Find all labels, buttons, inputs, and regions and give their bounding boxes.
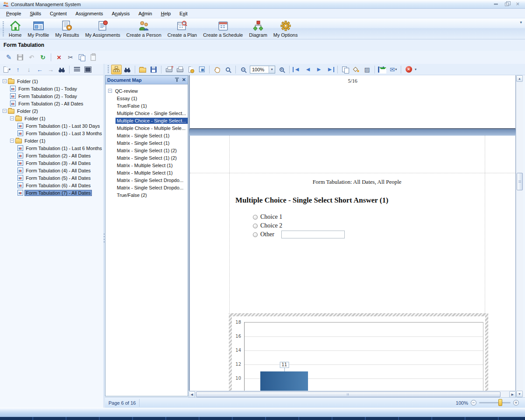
copy-button[interactable] (77, 52, 87, 62)
menu-people[interactable]: People (2, 9, 25, 18)
forward-button[interactable]: → (46, 65, 56, 74)
first-page-button[interactable]: ◀ (292, 65, 302, 74)
multiple-pages-button[interactable] (340, 65, 350, 74)
toolbar-overflow-button[interactable]: ▾ (415, 67, 416, 71)
tree-item[interactable]: Form Tabulation (2) - Today (0, 92, 103, 100)
tree-item[interactable]: Form Tabulation (1) - Last 6 Months (0, 144, 103, 152)
last-page-button[interactable]: ▶ (325, 65, 335, 74)
combo-dropdown-icon[interactable]: ▾ (269, 66, 275, 73)
my-options-button[interactable]: My Options (270, 19, 301, 39)
document-map-item[interactable]: Multiple Choice - Single Select... (105, 109, 188, 117)
zoom-out-button[interactable]: − (238, 65, 248, 74)
horizontal-scroll-thumb[interactable] (196, 392, 500, 397)
vertical-scrollbar[interactable]: ▲ ▼ (516, 75, 523, 397)
toolbar-grip[interactable] (2, 21, 4, 36)
menu-content[interactable]: Content (46, 9, 71, 18)
scroll-right-icon[interactable]: ▶ (509, 391, 516, 398)
create-person-button[interactable]: Create a Person (123, 19, 164, 39)
print-button[interactable] (175, 65, 185, 74)
close-panel-icon[interactable]: ✕ (182, 77, 186, 83)
home-button[interactable]: Home (6, 19, 24, 39)
document-map-item[interactable]: Multiple Choice - Multiple Sele... (105, 124, 188, 132)
zoom-in-circle-icon[interactable]: + (513, 400, 519, 406)
tree-item[interactable]: Form Tabulation (1) - Last 30 Days (0, 122, 103, 130)
my-results-button[interactable]: My Results (52, 19, 82, 39)
tree-item[interactable]: Form Tabulation (3) - All Dates (0, 159, 103, 167)
document-map-item[interactable]: Matrix - Single Select (1) (2) (105, 147, 188, 154)
print-dialog-button[interactable]: ? (164, 65, 174, 74)
diagram-button[interactable]: Diagram (246, 19, 270, 39)
stop-button[interactable]: ✕ (403, 65, 414, 74)
pin-icon[interactable] (176, 78, 178, 82)
hand-tool-button[interactable] (212, 65, 222, 74)
document-map-item[interactable]: Essay (1) (105, 94, 188, 102)
tree-item[interactable]: − Folder (1) (0, 77, 103, 85)
delete-button[interactable]: ✕ (54, 52, 64, 62)
collapse-icon[interactable]: − (3, 79, 7, 83)
document-map-item[interactable]: Matrix - Single Select (1) (105, 132, 188, 139)
tree-item[interactable]: Form Tabulation (6) - All Dates (0, 182, 103, 189)
zoom-tool-button[interactable] (223, 65, 233, 74)
save-button[interactable] (15, 52, 25, 62)
undo-button[interactable]: ↶ (26, 52, 37, 62)
open-button[interactable] (137, 65, 148, 74)
menu-exit[interactable]: Exit (175, 9, 192, 18)
collapse-icon[interactable]: − (3, 109, 7, 113)
prev-page-button[interactable]: ◀ (303, 65, 313, 74)
document-map-item[interactable]: − QC-review (105, 87, 188, 94)
find-button[interactable] (56, 65, 67, 74)
zoom-out-circle-icon[interactable]: − (471, 400, 476, 406)
collapse-icon[interactable]: − (10, 116, 14, 120)
scroll-down-icon[interactable]: ▼ (516, 391, 523, 397)
list-view-button[interactable] (72, 65, 82, 74)
zoom-slider-thumb[interactable] (498, 399, 502, 406)
search-button[interactable] (122, 65, 133, 74)
document-map-item[interactable]: Matrix - Multiple Select (1) (105, 169, 188, 176)
save-report-button[interactable] (148, 65, 159, 74)
minimize-button[interactable] (494, 4, 498, 5)
tree-item[interactable]: − Folder (2) (0, 107, 103, 115)
move-down-button[interactable]: ↓ (24, 65, 34, 74)
scroll-up-icon[interactable]: ▲ (516, 75, 523, 82)
paste-button[interactable] (88, 52, 98, 62)
menu-assignments[interactable]: Assignments (71, 9, 108, 18)
zoom-slider[interactable] (479, 402, 511, 403)
report-preview-area[interactable]: 5/16 Form Tabulation: All Dates, All Peo… (189, 75, 516, 391)
collapse-icon[interactable]: − (108, 89, 112, 93)
toolbar-grip[interactable] (107, 65, 109, 74)
document-map-item[interactable]: Matrix - Multiple Select (1) (105, 161, 188, 169)
document-map-toggle-button[interactable] (111, 65, 122, 74)
cut-button[interactable]: ✂ (65, 52, 76, 62)
tree-item[interactable]: Form Tabulation (2) - All Dates (0, 152, 103, 159)
tree-item[interactable]: Form Tabulation (4) - All Dates (0, 167, 103, 174)
document-map-item[interactable]: True/False (1) (105, 102, 188, 109)
menu-help[interactable]: Help (157, 9, 175, 18)
tree-item[interactable]: − Folder (1) (0, 137, 103, 144)
horizontal-scrollbar[interactable]: ◀ ▶ (189, 391, 516, 397)
tree-item[interactable]: Form Tabulation (1) - Today (0, 85, 103, 92)
email-button[interactable]: ✉▾ (388, 65, 399, 74)
tree-item[interactable]: Form Tabulation (5) - All Dates (0, 174, 103, 182)
menu-skills[interactable]: Skills (25, 9, 46, 18)
close-button[interactable]: ✕ (516, 2, 520, 7)
edit-button[interactable]: ✎ (4, 52, 14, 62)
tree-item[interactable]: − Folder (1) (0, 115, 103, 122)
move-up-button[interactable]: ↑ (13, 65, 23, 74)
menu-analysis[interactable]: Analysis (108, 9, 134, 18)
document-map-item[interactable]: Multiple Choice - Single Select... (105, 117, 188, 124)
document-map-item[interactable]: Matrix - Single Select (1) (2) (105, 154, 188, 161)
tree-item[interactable]: Form Tabulation (1) - Last 3 Months (0, 130, 103, 137)
refresh-button[interactable]: ↻ (38, 52, 48, 62)
next-page-button[interactable]: ▶ (314, 65, 324, 74)
create-schedule-button[interactable]: Create a Schedule (200, 19, 246, 39)
tree-item[interactable]: Form Tabulation (7) - All Dates (0, 189, 103, 196)
my-profile-button[interactable]: My Profile (24, 19, 52, 39)
scroll-left-icon[interactable]: ◀ (189, 391, 195, 398)
my-assignments-button[interactable]: My Assignments (82, 19, 123, 39)
scale-button[interactable] (196, 65, 207, 74)
document-map-item[interactable]: Matrix - Single Select Dropdo... (105, 176, 188, 184)
back-button[interactable]: ← (35, 65, 45, 74)
collapse-icon[interactable]: − (10, 139, 14, 143)
watermark-button[interactable]: ▨ (362, 65, 372, 74)
zoom-combo[interactable]: 100% ▾ (250, 66, 275, 74)
